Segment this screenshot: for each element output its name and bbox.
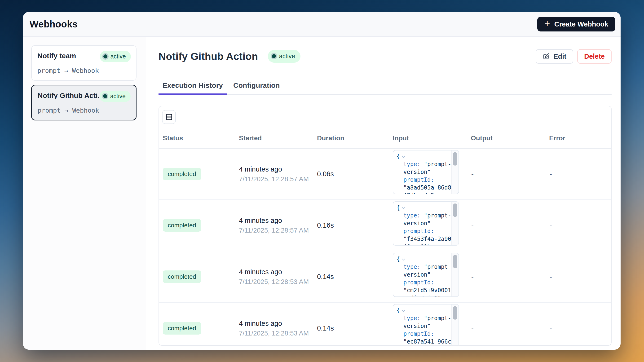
webhook-item-flow: prompt → Webhook bbox=[38, 67, 130, 74]
cell-output: - bbox=[471, 324, 549, 332]
input-json-code: { type: "prompt- version" promptId: "a8a… bbox=[393, 150, 452, 194]
code-line: promptId: bbox=[396, 227, 452, 235]
input-json-preview[interactable]: { type: "prompt- version" promptId: "cm2… bbox=[393, 253, 459, 297]
status-dot-icon bbox=[104, 54, 108, 58]
input-scrollbar-thumb[interactable] bbox=[453, 255, 457, 268]
code-token: type: bbox=[396, 212, 420, 219]
column-header-input: Input bbox=[393, 134, 471, 142]
input-json-code: { type: "prompt- version" promptId: "cm2… bbox=[393, 253, 452, 296]
cell-started: 4 minutes ago7/11/2025, 12:28:57 AM bbox=[239, 166, 317, 183]
started-absolute: 7/11/2025, 12:28:57 AM bbox=[239, 227, 317, 234]
execution-row[interactable]: completed4 minutes ago7/11/2025, 12:28:5… bbox=[159, 200, 611, 251]
cell-status: completed bbox=[159, 168, 239, 180]
code-line: { bbox=[396, 152, 452, 160]
code-token: "prompt- bbox=[420, 264, 451, 270]
collapse-chevron-icon[interactable] bbox=[402, 309, 405, 312]
cell-error: - bbox=[549, 222, 611, 230]
cell-input: { type: "prompt- version" promptId: "f34… bbox=[393, 201, 471, 246]
cell-input: { type: "prompt- version" promptId: "a8a… bbox=[393, 150, 471, 194]
completed-badge: completed bbox=[163, 168, 201, 180]
cell-output: - bbox=[471, 222, 549, 230]
delete-button-label: Delete bbox=[584, 52, 605, 60]
collapse-chevron-icon[interactable] bbox=[402, 155, 405, 158]
tab-execution-history[interactable]: Execution History bbox=[158, 77, 227, 94]
detail-actions: Edit Delete bbox=[536, 49, 612, 64]
code-line: version" bbox=[396, 322, 452, 330]
code-line: version" bbox=[396, 220, 452, 227]
code-token: { bbox=[396, 256, 400, 262]
input-scrollbar-track[interactable] bbox=[452, 304, 458, 346]
cell-status: completed bbox=[159, 270, 239, 283]
execution-row[interactable]: completed4 minutes ago7/11/2025, 12:28:5… bbox=[159, 302, 611, 346]
webhook-list-item[interactable]: Notify Github Acti...activeprompt → Webh… bbox=[31, 85, 136, 120]
webhook-item-name: Notify Github Acti... bbox=[38, 92, 104, 100]
started-absolute: 7/11/2025, 12:28:53 AM bbox=[239, 330, 317, 337]
webhook-list-sidebar: Notify teamactiveprompt → WebhookNotify … bbox=[23, 38, 146, 350]
code-line: 47db-ade5 bbox=[396, 192, 452, 194]
code-line: type: "prompt- bbox=[396, 314, 452, 322]
input-scrollbar-track[interactable] bbox=[452, 253, 458, 296]
cell-output: - bbox=[471, 170, 549, 178]
code-line: version" bbox=[396, 168, 452, 176]
code-token: { bbox=[396, 153, 400, 160]
webhook-title: Notify Github Action bbox=[158, 51, 258, 62]
input-scrollbar-track[interactable] bbox=[452, 150, 458, 194]
code-token: { bbox=[396, 307, 400, 314]
input-json-preview[interactable]: { type: "prompt- version" promptId: "a8a… bbox=[393, 150, 459, 194]
tab-configuration[interactable]: Configuration bbox=[229, 77, 284, 94]
code-line: "ec87a541-966c- bbox=[396, 338, 452, 346]
code-token: "prompt- bbox=[420, 212, 451, 219]
code-token: "prompt- bbox=[420, 161, 451, 168]
create-webhook-button[interactable]: + Create Webhook bbox=[537, 17, 615, 32]
started-relative: 4 minutes ago bbox=[239, 217, 317, 224]
started-relative: 4 minutes ago bbox=[239, 268, 317, 276]
code-token: emdiv7oio6" bbox=[396, 295, 441, 296]
webhook-item-status-badge: active bbox=[100, 51, 131, 62]
cell-duration: 0.16s bbox=[317, 222, 393, 229]
cell-error: - bbox=[549, 273, 611, 281]
delete-button[interactable]: Delete bbox=[577, 49, 612, 64]
execution-row[interactable]: completed4 minutes ago7/11/2025, 12:28:5… bbox=[159, 251, 611, 302]
cell-duration: 0.06s bbox=[317, 170, 393, 178]
code-line: version" bbox=[396, 271, 452, 279]
code-token: 46ee-91be bbox=[396, 244, 434, 245]
completed-badge: completed bbox=[163, 270, 201, 283]
input-scrollbar-thumb[interactable] bbox=[453, 306, 457, 320]
cell-input: { type: "prompt- version" promptId: "ec8… bbox=[393, 304, 471, 346]
execution-row[interactable]: completed4 minutes ago7/11/2025, 12:28:5… bbox=[159, 148, 611, 200]
code-token: 47db-ade5 bbox=[396, 192, 434, 194]
collapse-chevron-icon[interactable] bbox=[402, 258, 405, 260]
code-line: { bbox=[396, 307, 452, 314]
detail-tabs: Execution HistoryConfiguration bbox=[158, 77, 612, 95]
edit-button-label: Edit bbox=[554, 52, 566, 60]
table-body: completed4 minutes ago7/11/2025, 12:28:5… bbox=[159, 148, 611, 346]
code-token: version" bbox=[396, 272, 431, 278]
input-scrollbar-thumb[interactable] bbox=[453, 152, 457, 166]
column-header-status: Status bbox=[159, 134, 239, 142]
input-json-preview[interactable]: { type: "prompt- version" promptId: "f34… bbox=[393, 201, 459, 246]
code-token: promptId: bbox=[396, 330, 434, 337]
execution-history-panel: StatusStartedDurationInputOutputError co… bbox=[158, 106, 612, 346]
column-header-output: Output bbox=[471, 134, 549, 142]
code-token: promptId: bbox=[396, 228, 434, 234]
cell-error: - bbox=[549, 170, 611, 178]
input-json-preview[interactable]: { type: "prompt- version" promptId: "ec8… bbox=[393, 304, 459, 346]
started-absolute: 7/11/2025, 12:28:53 AM bbox=[239, 278, 317, 286]
input-scrollbar-track[interactable] bbox=[452, 202, 458, 245]
page-title: Webhooks bbox=[30, 19, 78, 30]
cell-status: completed bbox=[159, 219, 239, 232]
edit-button[interactable]: Edit bbox=[536, 49, 573, 64]
webhook-list-item[interactable]: Notify teamactiveprompt → Webhook bbox=[31, 45, 136, 81]
row-height-button[interactable] bbox=[162, 110, 176, 124]
webhook-detail-header: Notify Github Action active Edit Delete bbox=[158, 48, 612, 64]
webhook-item-status-label: active bbox=[110, 53, 126, 60]
table-toolbar bbox=[159, 106, 611, 128]
cell-input: { type: "prompt- version" promptId: "cm2… bbox=[393, 253, 471, 297]
code-line: type: "prompt- bbox=[396, 160, 452, 168]
code-line: { bbox=[396, 204, 452, 212]
app-header: Webhooks + Create Webhook bbox=[23, 12, 620, 37]
input-scrollbar-thumb[interactable] bbox=[453, 204, 457, 217]
code-line: 46ee-91be bbox=[396, 243, 452, 245]
code-token: promptId: bbox=[396, 176, 434, 183]
collapse-chevron-icon[interactable] bbox=[402, 206, 405, 209]
